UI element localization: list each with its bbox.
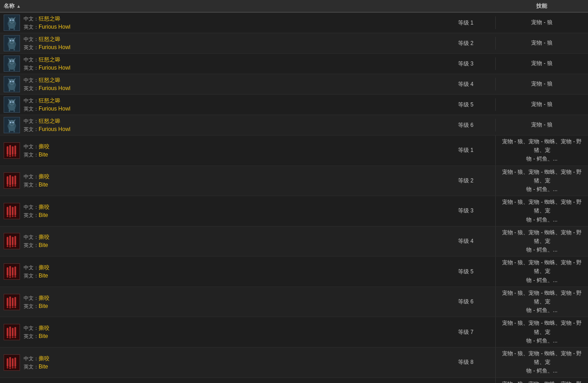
svg-point-42: [12, 81, 14, 82]
zh-name: 狂怒之嗥: [39, 118, 60, 124]
name-text-group: 中文：狂怒之嗥 英文：Furious Howl: [24, 35, 70, 51]
svg-rect-112: [15, 267, 16, 276]
svg-point-133: [12, 337, 14, 338]
zh-label: 中文：: [24, 204, 39, 210]
name-column: 中文：撕咬 英文：Bite: [0, 231, 436, 251]
en-label: 英文：: [24, 86, 39, 91]
en-label: 英文：: [24, 364, 39, 369]
en-label: 英文：: [24, 303, 39, 309]
svg-point-80: [15, 155, 16, 156]
zh-name-line: 中文：狂怒之嗥: [24, 56, 70, 64]
svg-rect-109: [7, 267, 9, 276]
table-row[interactable]: 中文：撕咬 英文：Bite 等级 2 宠物 - 狼、宠物 - 蜘蛛、宠物 - 野…: [0, 166, 588, 197]
svg-rect-121: [15, 297, 16, 306]
wolf-icon: [4, 96, 20, 113]
zh-name-line: 中文：撕咬: [24, 233, 50, 241]
level-column: 等级 1: [436, 146, 495, 154]
zh-label: 中文：: [24, 325, 39, 331]
svg-rect-82: [7, 176, 9, 185]
table-row[interactable]: 中文：撕咬 英文：Bite 等级 1 宠物 - 狼、宠物 - 蜘蛛、宠物 - 野…: [0, 136, 588, 166]
wolf-icon: [4, 35, 20, 51]
name-column: 中文：撕咬 英文：Bite: [0, 262, 436, 282]
en-label: 英文：: [24, 333, 39, 339]
name-column: 中文：撕咬 英文：Bite: [0, 201, 436, 221]
level-column: 等级 3: [436, 60, 495, 68]
svg-point-134: [15, 337, 16, 338]
svg-point-56: [11, 103, 12, 104]
zh-name-line: 中文：撕咬: [24, 264, 50, 272]
zh-name: 撕咬: [39, 234, 50, 240]
svg-rect-47: [14, 89, 15, 91]
svg-rect-92: [9, 206, 11, 216]
svg-point-107: [15, 246, 16, 247]
name-text-group: 中文：撕咬 英文：Bite: [24, 324, 50, 340]
name-column: 中文：撕咬 英文：Bite: [0, 322, 436, 342]
zh-label: 中文：: [24, 144, 39, 149]
level-column: 等级 6: [436, 121, 495, 129]
table-row[interactable]: 中文：撕咬 英文：Bite 等级 6 宠物 - 狼、宠物 - 蜘蛛、宠物 - 野…: [0, 287, 588, 317]
svg-rect-91: [7, 207, 9, 215]
table-row[interactable]: 中文：撕咬 英文：Bite 等级 7 宠物 - 狼、宠物 - 蜘蛛、宠物 - 野…: [0, 317, 588, 348]
zh-label: 中文：: [24, 16, 39, 21]
zh-name: 狂怒之嗥: [39, 15, 60, 22]
skill-column: 宠物 - 狼: [495, 98, 588, 111]
table-row[interactable]: 中文：狂怒之嗥 英文：Furious Howl 等级 4 宠物 - 狼: [0, 74, 588, 95]
table-row[interactable]: 中文：狂怒之嗥 英文：Furious Howl 等级 6 宠物 - 狼: [0, 115, 588, 136]
svg-rect-102: [12, 237, 14, 246]
table-row[interactable]: 中文：撕咬 英文：Bite 等级 9 宠物 - 狼、宠物 - 蜘蛛、宠物 - 野…: [0, 378, 588, 383]
col-name-label: 名称: [4, 2, 15, 10]
svg-rect-136: [7, 358, 9, 367]
wolf-icon: [4, 117, 20, 133]
zh-name: 撕咬: [39, 173, 50, 180]
level-column: 等级 3: [436, 207, 495, 215]
en-name: Bite: [39, 151, 48, 158]
en-name: Bite: [39, 212, 48, 218]
en-name-line: 英文：Bite: [24, 303, 50, 310]
zh-name-line: 中文：撕咬: [24, 355, 50, 363]
svg-point-86: [7, 185, 9, 187]
en-name-line: 英文：Furious Howl: [24, 126, 70, 133]
svg-rect-84: [12, 176, 14, 185]
zh-name-line: 中文：狂怒之嗥: [24, 117, 70, 125]
level-column: 等级 2: [436, 177, 495, 185]
table-row[interactable]: 中文：撕咬 英文：Bite 等级 5 宠物 - 狼、宠物 - 蜘蛛、宠物 - 野…: [0, 257, 588, 287]
svg-point-30: [12, 60, 14, 62]
sort-arrow-icon: ▲: [16, 4, 21, 9]
en-name: Bite: [39, 303, 48, 309]
table-header: 名称 ▲ 技能: [0, 0, 588, 13]
svg-rect-119: [9, 296, 11, 307]
skill-column: 宠物 - 狼: [495, 78, 588, 90]
en-name: Furious Howl: [39, 65, 70, 71]
level-column: 等级 8: [436, 358, 495, 366]
svg-point-18: [12, 40, 14, 41]
table-row[interactable]: 中文：狂怒之嗥 英文：Furious Howl 等级 2 宠物 - 狼: [0, 33, 588, 54]
svg-point-115: [12, 276, 14, 277]
en-label: 英文：: [24, 106, 39, 111]
en-label: 英文：: [24, 182, 39, 187]
name-text-group: 中文：狂怒之嗥 英文：Furious Howl: [24, 15, 70, 30]
en-name: Bite: [39, 363, 48, 370]
table-body: 中文：狂怒之嗥 英文：Furious Howl 等级 1 宠物 - 狼: [0, 13, 588, 383]
svg-point-122: [7, 306, 9, 308]
svg-rect-129: [12, 328, 14, 337]
zh-name-line: 中文：撕咬: [24, 294, 50, 302]
en-name: Furious Howl: [39, 44, 70, 50]
table-row[interactable]: 中文：撕咬 英文：Bite 等级 4 宠物 - 狼、宠物 - 蜘蛛、宠物 - 野…: [0, 227, 588, 257]
svg-point-105: [9, 246, 11, 248]
svg-rect-128: [9, 327, 11, 337]
column-header-name[interactable]: 名称 ▲: [0, 2, 436, 10]
en-name: Furious Howl: [39, 24, 70, 30]
en-label: 英文：: [24, 152, 39, 157]
name-column: 中文：狂怒之嗥 英文：Furious Howl: [0, 33, 436, 53]
table-row[interactable]: 中文：狂怒之嗥 英文：Furious Howl 等级 3 宠物 - 狼: [0, 54, 588, 74]
skill-column: 宠物 - 狼、宠物 - 蜘蛛、宠物 - 野猪、宠物 - 鳄鱼、...: [495, 136, 588, 166]
svg-rect-10: [9, 28, 10, 30]
zh-name-line: 中文：狂怒之嗥: [24, 97, 70, 105]
table-row[interactable]: 中文：狂怒之嗥 英文：Furious Howl 等级 1 宠物 - 狼: [0, 13, 588, 33]
level-column: 等级 5: [436, 101, 495, 109]
table-row[interactable]: 中文：狂怒之嗥 英文：Furious Howl 等级 5 宠物 - 狼: [0, 95, 588, 115]
table-row[interactable]: 中文：撕咬 英文：Bite 等级 3 宠物 - 狼、宠物 - 蜘蛛、宠物 - 野…: [0, 196, 588, 227]
zh-name-line: 中文：狂怒之嗥: [24, 76, 70, 84]
svg-point-17: [10, 40, 11, 41]
table-row[interactable]: 中文：撕咬 英文：Bite 等级 8 宠物 - 狼、宠物 - 蜘蛛、宠物 - 野…: [0, 348, 588, 378]
